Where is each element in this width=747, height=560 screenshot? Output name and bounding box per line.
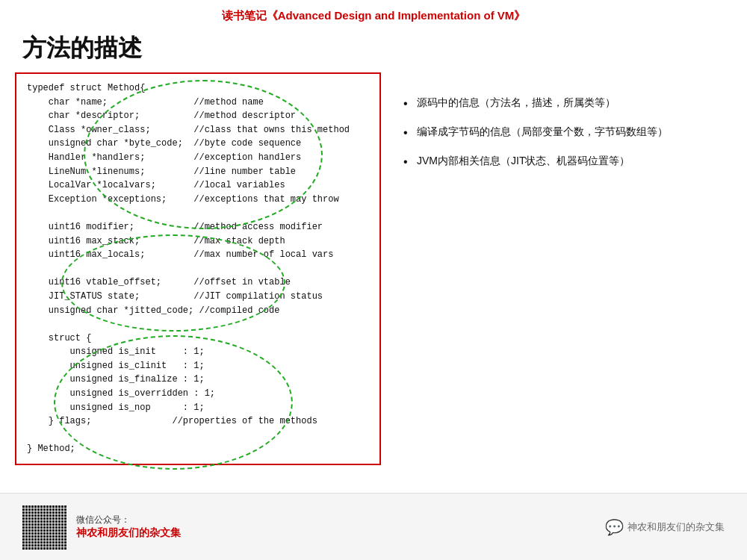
wechat-icon: 💬 xyxy=(605,518,623,536)
bullet-item-2: 编译成字节码的信息（局部变量个数，字节码数组等） xyxy=(403,124,725,140)
footer-left: 微信公众号： 神农和朋友们的杂文集 xyxy=(22,505,181,550)
footer: 微信公众号： 神农和朋友们的杂文集 💬 神农和朋友们的杂文集 xyxy=(0,493,747,560)
right-panel: 源码中的信息（方法名，描述，所属类等） 编译成字节码的信息（局部变量个数，字节码… xyxy=(396,72,732,465)
bullet-item-1: 源码中的信息（方法名，描述，所属类等） xyxy=(403,95,725,111)
bullet-list: 源码中的信息（方法名，描述，所属类等） 编译成字节码的信息（局部变量个数，字节码… xyxy=(403,95,725,169)
qr-code xyxy=(22,505,67,550)
page-title: 方法的描述 xyxy=(0,29,747,72)
footer-right-text: 神农和朋友们的杂文集 xyxy=(627,520,725,534)
code-block: typedef struct Method{ char *name; //met… xyxy=(27,81,369,456)
header-title: 读书笔记《Advanced Design and Implementation … xyxy=(222,9,526,22)
code-box: typedef struct Method{ char *name; //met… xyxy=(15,72,381,465)
footer-text: 微信公众号： 神农和朋友们的杂文集 xyxy=(76,514,181,540)
footer-channel-name: 神农和朋友们的杂文集 xyxy=(76,526,181,540)
header: 读书笔记《Advanced Design and Implementation … xyxy=(0,0,747,29)
footer-label: 微信公众号： xyxy=(76,514,181,526)
footer-right: 💬 神农和朋友们的杂文集 xyxy=(605,518,725,536)
bullet-item-3: JVM内部相关信息（JIT状态、机器码位置等） xyxy=(403,153,725,169)
main-content: typedef struct Method{ char *name; //met… xyxy=(0,72,747,465)
